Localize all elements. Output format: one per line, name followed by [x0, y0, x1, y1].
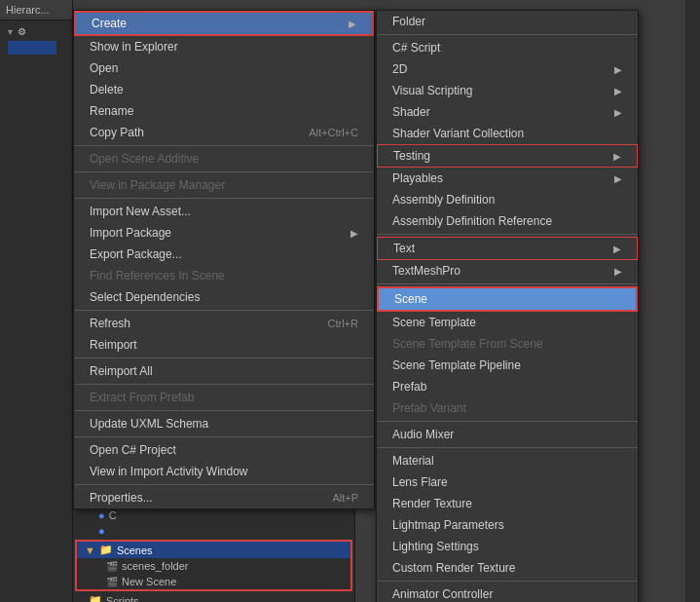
menu-item-custom-render-texture[interactable]: Custom Render Texture [377, 557, 638, 579]
menu-item-assembly-definition[interactable]: Assembly Definition [377, 189, 638, 210]
project-tree-scenes[interactable]: ▼ 📁 Scenes [77, 542, 350, 558]
menu-item-folder[interactable]: Folder [377, 11, 638, 32]
menu-item-show-explorer[interactable]: Show in Explorer [74, 36, 374, 57]
menu-item-lightmap-parameters[interactable]: Lightmap Parameters [377, 514, 638, 536]
folder-icon: 📁 [89, 594, 102, 602]
menu-item-animator-controller[interactable]: Animator Controller [377, 583, 638, 602]
context-menu-left: Create ▶ Show in Explorer Open Delete Re… [73, 10, 375, 509]
menu-item-export-package[interactable]: Export Package... [74, 244, 374, 265]
menu-separator [74, 357, 374, 358]
menu-item-lighting-settings[interactable]: Lighting Settings [377, 536, 638, 557]
menu-item-create[interactable]: Create ▶ [74, 11, 374, 36]
submenu-arrow-testing: ▶ [613, 151, 621, 162]
hierarchy-header: Hierarc... [0, 0, 72, 20]
menu-item-scene-template-from-scene: Scene Template From Scene [377, 333, 638, 355]
scripts-label: Scripts [106, 595, 139, 603]
menu-item-view-import-activity[interactable]: View in Import Activity Window [74, 461, 374, 482]
menu-item-csharp-script[interactable]: C# Script [377, 37, 638, 58]
new-scene-label: New Scene [122, 576, 176, 587]
menu-separator [377, 34, 638, 35]
hierarchy-panel: Hierarc... ▼⚙ [0, 0, 73, 602]
blue-dot: ● [98, 509, 105, 521]
right-scrollbar[interactable] [685, 0, 700, 602]
menu-item-import-new-asset[interactable]: Import New Asset... [74, 201, 374, 222]
menu-item-import-package[interactable]: Import Package ▶ [74, 222, 374, 244]
scenes-label: Scenes [117, 545, 153, 556]
menu-separator [74, 410, 374, 411]
project-tree-new-scene[interactable]: 🎬 New Scene [77, 574, 350, 589]
submenu-arrow-textmeshpro: ▶ [614, 266, 622, 277]
submenu-arrow-create: ▶ [349, 19, 356, 29]
menu-item-audio-mixer[interactable]: Audio Mixer [377, 424, 638, 445]
menu-item-scene-template[interactable]: Scene Template [377, 312, 638, 333]
scenes-folder-icon: 📁 [99, 544, 113, 556]
folder-icon: ▼ [85, 545, 95, 556]
menu-item-reimport[interactable]: Reimport [74, 334, 374, 356]
menu-item-create-label: Create [92, 17, 127, 30]
menu-separator [74, 384, 374, 385]
scene-icon: 🎬 [106, 561, 118, 572]
scenes-section: ▼ 📁 Scenes 🎬 scenes_folder 🎬 New Scene [75, 540, 352, 591]
submenu-arrow-import-package: ▶ [350, 228, 358, 239]
menu-separator [377, 421, 638, 422]
menu-item-refresh[interactable]: Refresh Ctrl+R [74, 313, 374, 334]
menu-item-select-dependencies[interactable]: Select Dependencies [74, 286, 374, 308]
context-menu-right: Folder C# Script 2D ▶ Visual Scripting ▶… [376, 10, 639, 602]
project-tree-c2[interactable]: ● [73, 523, 354, 539]
menu-item-shader-variant-collection[interactable]: Shader Variant Collection [377, 123, 638, 144]
menu-separator [74, 145, 374, 146]
menu-item-scene[interactable]: Scene [377, 286, 638, 312]
project-tree-scripts[interactable]: 📁 Scripts [73, 592, 354, 602]
menu-separator [377, 234, 638, 235]
menu-item-textmeshpro[interactable]: TextMeshPro ▶ [377, 260, 638, 282]
menu-separator [377, 283, 638, 284]
menu-separator [377, 447, 638, 448]
menu-item-find-references: Find References In Scene [74, 265, 374, 286]
menu-item-open-csharp[interactable]: Open C# Project [74, 439, 374, 461]
menu-item-reimport-all[interactable]: Reimport All [74, 360, 374, 382]
hierarchy-tree-item[interactable]: ▼⚙ [0, 24, 72, 39]
project-tree-main-scene[interactable]: 🎬 scenes_folder [77, 558, 350, 574]
menu-item-extract-from-prefab: Extract From Prefab [74, 387, 374, 408]
submenu-arrow-visual-scripting: ▶ [614, 86, 622, 96]
submenu-arrow-shader: ▶ [614, 107, 622, 118]
menu-item-rename[interactable]: Rename [74, 100, 374, 122]
menu-item-render-texture[interactable]: Render Texture [377, 493, 638, 514]
menu-item-view-package-manager: View in Package Manager [74, 174, 374, 196]
menu-item-lens-flare[interactable]: Lens Flare [377, 471, 638, 493]
submenu-arrow-text: ▶ [613, 244, 621, 254]
menu-item-properties[interactable]: Properties... Alt+P [74, 487, 374, 508]
c-label: C [109, 509, 117, 521]
menu-item-delete[interactable]: Delete [74, 79, 374, 100]
menu-item-open-scene-additive: Open Scene Additive [74, 148, 374, 169]
menu-item-scene-template-pipeline[interactable]: Scene Template Pipeline [377, 355, 638, 376]
menu-item-visual-scripting[interactable]: Visual Scripting ▶ [377, 80, 638, 101]
menu-item-prefab-variant: Prefab Variant [377, 397, 638, 419]
menu-separator [74, 198, 374, 199]
hierarchy-tree-item[interactable] [0, 39, 72, 56]
blue-dot2: ● [98, 525, 105, 537]
menu-separator [377, 581, 638, 582]
project-tree-c[interactable]: ● C [73, 508, 354, 523]
menu-item-material[interactable]: Material [377, 450, 638, 471]
menu-separator [74, 171, 374, 172]
menu-separator [74, 484, 374, 485]
menu-separator [74, 310, 374, 311]
menu-item-text[interactable]: Text ▶ [377, 237, 638, 260]
menu-item-copy-path[interactable]: Copy Path Alt+Ctrl+C [74, 122, 374, 143]
submenu-arrow-2d: ▶ [614, 64, 622, 75]
menu-item-prefab[interactable]: Prefab [377, 376, 638, 397]
menu-item-update-uxml[interactable]: Update UXML Schema [74, 413, 374, 434]
menu-item-playables[interactable]: Playables ▶ [377, 168, 638, 189]
menu-item-shader[interactable]: Shader ▶ [377, 101, 638, 123]
scene-icon2: 🎬 [106, 577, 118, 587]
submenu-arrow-playables: ▶ [614, 173, 622, 184]
menu-separator [74, 436, 374, 437]
menu-item-2d[interactable]: 2D ▶ [377, 58, 638, 80]
menu-item-testing[interactable]: Testing ▶ [377, 144, 638, 168]
menu-item-open[interactable]: Open [74, 57, 374, 79]
menu-item-assembly-definition-ref[interactable]: Assembly Definition Reference [377, 210, 638, 232]
main-scene-label: scenes_folder [122, 560, 189, 572]
hierarchy-body: ▼⚙ [0, 20, 72, 60]
